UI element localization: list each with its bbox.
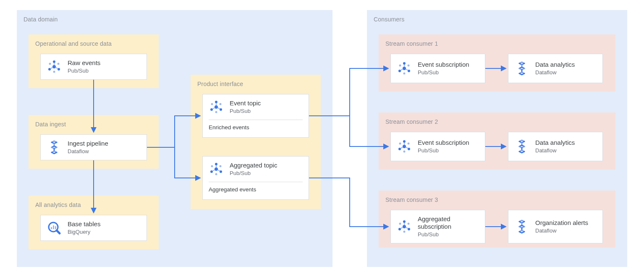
svg-point-50: [403, 151, 406, 153]
svg-line-63: [406, 227, 408, 228]
svg-rect-13: [55, 226, 56, 229]
stream-consumer-1-label: Stream consumer 1: [385, 40, 609, 47]
consumer1-sub-sub: Pub/Sub: [418, 69, 469, 76]
pubsub-icon: [397, 139, 412, 154]
svg-point-38: [399, 65, 401, 67]
svg-point-16: [210, 108, 213, 111]
svg-point-3: [58, 68, 60, 71]
svg-point-39: [408, 65, 410, 67]
consumer1-proc-sub: Dataflow: [535, 69, 575, 76]
svg-line-9: [56, 68, 58, 68]
svg-point-4: [49, 63, 51, 65]
pubsub-icon: [47, 59, 62, 74]
aggregated-topic-title: Aggregated topic: [230, 162, 277, 170]
svg-point-5: [58, 63, 60, 65]
event-topic-sub: Pub/Sub: [230, 108, 261, 115]
svg-point-18: [211, 103, 213, 105]
svg-point-47: [408, 148, 410, 150]
svg-point-29: [220, 165, 222, 167]
svg-rect-11: [51, 227, 52, 229]
source-data-label: Operational and source data: [35, 40, 152, 47]
svg-point-2: [48, 68, 51, 71]
stream-consumer-2-label: Stream consumer 2: [385, 118, 609, 125]
svg-point-28: [211, 165, 213, 167]
analytics-data-label: All analytics data: [35, 201, 152, 208]
consumer1-proc-title: Data analytics: [535, 61, 575, 69]
consumer2-proc-sub: Dataflow: [535, 147, 575, 154]
svg-line-23: [218, 108, 220, 109]
svg-point-1: [53, 60, 55, 63]
svg-point-40: [403, 73, 406, 75]
svg-line-43: [406, 69, 408, 70]
svg-point-26: [210, 170, 213, 173]
svg-point-37: [408, 70, 410, 72]
svg-point-54: [403, 225, 406, 228]
svg-line-53: [406, 147, 408, 148]
svg-line-8: [51, 68, 52, 68]
pubsub-icon: [397, 61, 412, 76]
dataflow-icon: [514, 139, 529, 154]
svg-point-34: [403, 67, 406, 70]
svg-point-25: [215, 163, 217, 165]
data-ingest-label: Data ingest: [35, 121, 152, 128]
svg-line-22: [213, 108, 215, 109]
svg-rect-12: [53, 225, 54, 229]
ingest-pipeline-sub: Dataflow: [68, 148, 108, 155]
event-topic-note: Enriched events: [209, 120, 303, 131]
dataflow-icon: [514, 219, 529, 234]
svg-point-45: [403, 140, 406, 143]
ingest-pipeline-title: Ingest pipeline: [68, 140, 108, 148]
dataflow-icon: [47, 140, 62, 155]
svg-point-17: [220, 108, 222, 111]
svg-point-48: [399, 143, 401, 145]
pubsub-icon: [209, 99, 224, 115]
consumer2-process-card: Data analytics Dataflow: [508, 132, 603, 161]
raw-events-sub: Pub/Sub: [68, 68, 100, 74]
product-interface-label: Product interface: [197, 81, 314, 87]
consumer3-proc-sub: Dataflow: [535, 227, 588, 234]
aggregated-topic-sub: Pub/Sub: [230, 170, 277, 177]
consumer3-sub-title: Aggregated subscription: [418, 215, 479, 231]
svg-point-6: [53, 71, 55, 73]
svg-point-46: [398, 148, 401, 150]
consumer1-process-card: Data analytics Dataflow: [508, 54, 603, 83]
svg-point-56: [398, 228, 401, 230]
svg-line-52: [401, 147, 403, 148]
pubsub-icon: [209, 162, 224, 177]
raw-events-title: Raw events: [68, 59, 100, 67]
svg-point-19: [220, 103, 222, 105]
svg-point-44: [403, 145, 406, 148]
svg-point-58: [399, 223, 401, 225]
svg-point-14: [215, 105, 218, 109]
svg-line-42: [401, 69, 403, 70]
base-tables-title: Base tables: [68, 220, 100, 228]
bigquery-icon: [47, 220, 62, 235]
svg-line-32: [213, 170, 215, 171]
consumer3-process-card: Organization alerts Dataflow: [508, 210, 603, 243]
base-tables-sub: BigQuery: [68, 229, 100, 235]
svg-point-27: [220, 170, 222, 173]
consumer3-sub-sub: Pub/Sub: [418, 231, 479, 238]
stream-consumer-3-label: Stream consumer 3: [385, 196, 609, 203]
svg-point-30: [215, 173, 217, 175]
data-domain-label: Data domain: [24, 16, 326, 23]
base-tables-card: Base tables BigQuery: [40, 215, 147, 241]
svg-point-49: [408, 143, 410, 145]
svg-point-35: [403, 62, 406, 65]
svg-point-36: [398, 70, 401, 72]
event-topic-card: Event topic Pub/Sub Enriched events: [202, 94, 309, 138]
svg-point-59: [408, 223, 410, 225]
event-topic-title: Event topic: [230, 99, 261, 107]
svg-point-57: [408, 228, 410, 230]
consumer2-sub-sub: Pub/Sub: [418, 147, 469, 154]
svg-point-55: [403, 220, 406, 223]
svg-point-0: [52, 65, 56, 68]
svg-line-33: [218, 170, 220, 171]
pubsub-icon: [397, 219, 412, 234]
svg-line-62: [401, 227, 403, 228]
consumer2-proc-title: Data analytics: [535, 139, 575, 147]
consumers-label: Consumers: [374, 16, 620, 23]
consumer3-proc-title: Organization alerts: [535, 219, 588, 227]
aggregated-topic-card: Aggregated topic Pub/Sub Aggregated even…: [202, 156, 309, 200]
svg-point-60: [403, 231, 406, 233]
